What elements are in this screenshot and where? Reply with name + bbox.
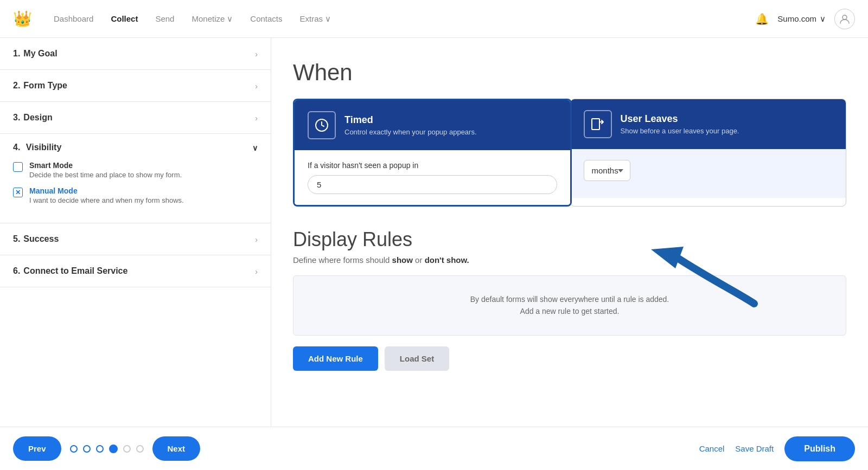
load-set-button[interactable]: Load Set [385, 346, 449, 371]
chevron-right-icon: › [255, 82, 258, 91]
bell-icon[interactable]: 🔔 [755, 12, 769, 25]
sidebar-item-design[interactable]: 3. Design › [0, 102, 271, 134]
nav-right: 🔔 Sumo.com ∨ [755, 9, 855, 29]
progress-dot-4 [109, 445, 118, 453]
chevron-down-icon: ∨ [252, 144, 258, 152]
chevron-right-icon: › [255, 235, 258, 244]
main-layout: 1. My Goal › 2. Form Type › 3. Design › … [0, 38, 868, 470]
sidebar-item-visibility: 4. Visibility ∨ Smart Mode Decide the be… [0, 134, 271, 223]
smart-mode-checkbox[interactable] [13, 162, 23, 172]
display-rules-desc: Define where forms should show or don't … [293, 255, 846, 265]
svg-rect-2 [592, 119, 599, 130]
bottom-right: Cancel Save Draft Publish [699, 436, 855, 461]
manual-mode-checkbox[interactable]: ✕ [13, 188, 23, 197]
sidebar: 1. My Goal › 2. Form Type › 3. Design › … [0, 38, 271, 470]
when-cards: Timed Control exactly when your popup ap… [293, 99, 846, 207]
nav-links: Dashboard Collect Send Monetize ∨ Contac… [54, 14, 755, 24]
timed-card-body: If a visitor hasn't seen a popup in [295, 150, 570, 205]
rules-empty-box: By default forms will show everywhere un… [293, 275, 846, 336]
empty-line-2: Add a new rule to get started. [311, 305, 828, 317]
sidebar-item-my-goal[interactable]: 1. My Goal › [0, 38, 271, 70]
progress-dot-3 [96, 445, 104, 453]
chevron-right-icon: › [255, 50, 258, 59]
user-leaves-card[interactable]: User Leaves Show before a user leaves yo… [570, 99, 847, 207]
nav-send[interactable]: Send [155, 14, 174, 24]
exit-icon [584, 110, 612, 138]
manual-mode-label[interactable]: Manual Mode [29, 186, 184, 195]
months-select[interactable]: months seconds minutes hours days weeks … [584, 160, 630, 181]
nav-extras[interactable]: Extras ∨ [300, 14, 331, 24]
timed-card-header: Timed Control exactly when your popup ap… [295, 100, 570, 150]
chevron-right-icon: › [255, 114, 258, 123]
progress-dots [70, 445, 144, 453]
chevron-down-icon: ∨ [820, 14, 826, 24]
user-leaves-card-body: months seconds minutes hours days weeks … [571, 149, 846, 198]
nav-monetize[interactable]: Monetize ∨ [192, 14, 233, 24]
chevron-down-icon: ∨ [227, 14, 233, 24]
progress-dot-1 [70, 445, 78, 453]
chevron-down-icon: ∨ [325, 14, 331, 24]
sidebar-item-success[interactable]: 5. Success › [0, 223, 271, 255]
bottom-bar: Prev Next Cancel Save Draft Publish [0, 427, 868, 470]
chevron-right-icon: › [255, 267, 258, 276]
save-draft-button[interactable]: Save Draft [735, 444, 774, 453]
prev-button[interactable]: Prev [13, 436, 61, 461]
cancel-button[interactable]: Cancel [699, 444, 725, 453]
sidebar-item-form-type[interactable]: 2. Form Type › [0, 70, 271, 102]
svg-point-0 [843, 15, 847, 20]
main-content: When Timed Control exactly when your pop… [271, 38, 868, 470]
timed-card[interactable]: Timed Control exactly when your popup ap… [293, 99, 572, 207]
show-bold: show [392, 255, 413, 265]
account-menu[interactable]: Sumo.com ∨ [777, 14, 826, 24]
clock-icon [308, 111, 336, 139]
logo-icon[interactable]: 👑 [13, 10, 32, 28]
progress-dot-2 [83, 445, 91, 453]
rules-buttons: Add New Rule Load Set [293, 346, 846, 371]
manual-mode-desc: I want to decide where and when my form … [29, 196, 184, 204]
manual-mode-option: ✕ Manual Mode I want to decide where and… [13, 186, 258, 204]
popup-number-input[interactable] [308, 175, 557, 194]
avatar[interactable] [834, 9, 855, 29]
dont-show-bold: don't show. [425, 255, 469, 265]
top-nav: 👑 Dashboard Collect Send Monetize ∨ Cont… [0, 0, 868, 38]
progress-dot-5 [123, 445, 131, 453]
nav-contacts[interactable]: Contacts [250, 14, 282, 24]
smart-mode-label[interactable]: Smart Mode [29, 161, 182, 170]
progress-dot-6 [136, 445, 144, 453]
publish-button[interactable]: Publish [784, 436, 855, 461]
empty-line-1: By default forms will show everywhere un… [311, 293, 828, 305]
nav-collect[interactable]: Collect [111, 14, 138, 24]
display-rules-title: Display Rules [293, 228, 846, 251]
nav-dashboard[interactable]: Dashboard [54, 14, 93, 24]
next-button[interactable]: Next [152, 436, 201, 461]
add-new-rule-button[interactable]: Add New Rule [293, 346, 378, 371]
smart-mode-desc: Decide the best time and place to show m… [29, 171, 182, 179]
user-leaves-card-header: User Leaves Show before a user leaves yo… [571, 99, 846, 149]
smart-mode-option: Smart Mode Decide the best time and plac… [13, 161, 258, 179]
sidebar-item-email-service[interactable]: 6. Connect to Email Service › [0, 255, 271, 287]
when-title: When [293, 60, 846, 86]
